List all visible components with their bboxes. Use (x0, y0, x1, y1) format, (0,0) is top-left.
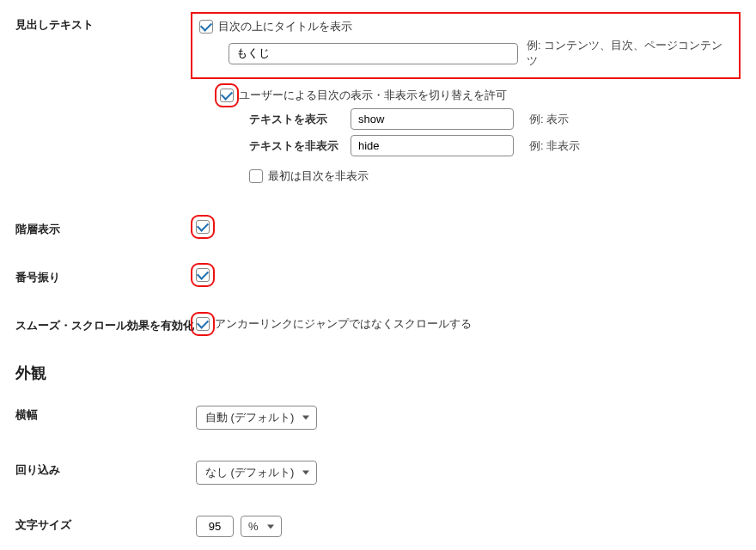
checkbox-smooth-scroll[interactable] (196, 317, 210, 331)
field-numbering (196, 266, 741, 282)
label-toggle-visibility: ユーザーによる目次の表示・非表示を切り替えを許可 (239, 88, 507, 103)
row-wrap: 回り込み なし (デフォルト) (15, 454, 741, 490)
label-width: 横幅 (15, 404, 196, 423)
initial-hide-line: 最初は目次を非表示 (249, 168, 741, 184)
input-toc-title[interactable] (229, 43, 518, 64)
hint-toc-title: 例: コンテンツ、目次、ページコンテンツ (527, 38, 732, 69)
select-wrap[interactable]: なし (デフォルト) (196, 461, 317, 485)
hint-hide-text: 例: 非表示 (529, 138, 580, 154)
field-width: 自動 (デフォルト) (196, 404, 741, 430)
checkbox-numbering[interactable] (196, 268, 210, 282)
toggle-visibility-line: ユーザーによる目次の表示・非表示を切り替えを許可 (220, 88, 741, 103)
label-show-text: テキストを表示 (249, 112, 344, 127)
label-smooth-scroll-desc: アンカーリンクにジャンプではなくスクロールする (215, 316, 472, 332)
show-title-line: 目次の上にタイトルを表示 (199, 19, 732, 34)
label-show-title: 目次の上にタイトルを表示 (218, 19, 352, 34)
row-width: 横幅 自動 (デフォルト) (15, 399, 741, 435)
label-hierarchy: 階層表示 (15, 218, 196, 237)
show-text-row: テキストを表示 例: 表示 (249, 108, 741, 130)
select-width-value: 自動 (デフォルト) (205, 410, 294, 425)
select-fontsize-unit[interactable]: % (241, 516, 282, 537)
input-show-text[interactable] (351, 108, 514, 130)
label-heading-text: 見出しテキスト (15, 14, 196, 33)
checkbox-toggle-visibility[interactable] (220, 89, 234, 102)
section-title-appearance: 外観 (15, 363, 741, 383)
row-smooth-scroll: スムーズ・スクロール効果を有効化 アンカーリンクにジャンプではなくスクロールする (15, 309, 741, 340)
field-wrap: なし (デフォルト) (196, 459, 741, 485)
row-fontsize: 文字サイズ % (15, 509, 741, 542)
row-heading-text: 見出しテキスト 目次の上にタイトルを表示 例: コンテンツ、目次、ページコンテン… (15, 9, 741, 198)
label-wrap: 回り込み (15, 459, 196, 478)
label-smooth-scroll: スムーズ・スクロール効果を有効化 (15, 315, 196, 333)
field-smooth-scroll: アンカーリンクにジャンプではなくスクロールする (196, 315, 741, 335)
checkbox-show-title[interactable] (199, 20, 213, 34)
row-numbering: 番号振り (15, 261, 741, 290)
row-hierarchy: 階層表示 (15, 213, 741, 242)
label-hide-text: テキストを非表示 (249, 138, 344, 154)
checkbox-hierarchy[interactable] (196, 220, 210, 234)
select-width[interactable]: 自動 (デフォルト) (196, 406, 317, 430)
select-wrap-value: なし (デフォルト) (205, 465, 294, 480)
label-initial-hide: 最初は目次を非表示 (268, 168, 369, 184)
hide-text-row: テキストを非表示 例: 非表示 (249, 135, 741, 156)
select-fontsize-unit-value: % (248, 520, 259, 533)
highlight-box-title: 目次の上にタイトルを表示 例: コンテンツ、目次、ページコンテンツ (191, 12, 741, 79)
field-fontsize: % (196, 514, 741, 537)
field-heading-text: 目次の上にタイトルを表示 例: コンテンツ、目次、ページコンテンツ ユーザーによ… (196, 14, 741, 192)
hint-show-text: 例: 表示 (529, 112, 569, 127)
input-fontsize[interactable] (196, 516, 234, 537)
input-hide-text[interactable] (351, 135, 514, 156)
checkbox-initial-hide[interactable] (249, 169, 263, 183)
label-numbering: 番号振り (15, 266, 196, 285)
field-hierarchy (196, 218, 741, 234)
label-fontsize: 文字サイズ (15, 514, 196, 533)
